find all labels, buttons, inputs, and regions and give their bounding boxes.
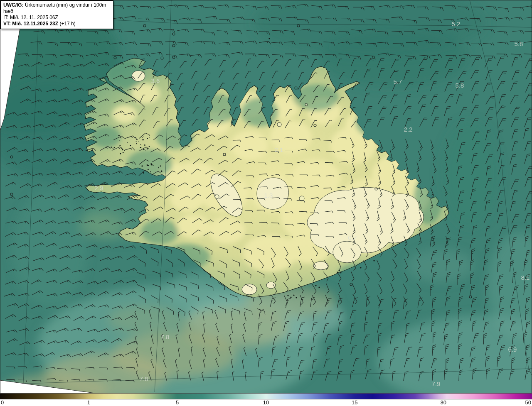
weather-map: 5.25.83.65.75.82.22.12.91.30.77.88.16.97… [0, 0, 532, 393]
islet-dot [338, 270, 340, 271]
map-title-box: UWC/IG: Úrkomumætti (mm) og vindur i 100… [0, 0, 113, 29]
islet-dot [111, 147, 112, 148]
islet-dot [147, 148, 148, 149]
islet-dot [118, 135, 120, 136]
islet-dot [147, 165, 148, 166]
islet-dot [149, 137, 150, 138]
islet-dot [340, 272, 341, 273]
field-value-label: 5.7 [394, 78, 402, 85]
islet-dot [143, 172, 144, 174]
title-line-3: VT: Mið. 12.11.2025 23Z (+17 h) [3, 21, 111, 27]
islet-dot [130, 145, 131, 146]
islet-dot [287, 295, 288, 296]
islet-dot [142, 139, 143, 140]
field-value-label: 5.8 [456, 82, 464, 89]
islet-dot [159, 167, 159, 167]
islet-dot [119, 140, 120, 141]
colorbar-tick-label: 1 [87, 399, 90, 406]
colorbar-tick-label: 15 [352, 399, 357, 406]
islet-dot [290, 296, 291, 298]
field-value-label: 6.9 [508, 346, 517, 353]
colorbar-labels: 01510153050 [0, 399, 532, 406]
islet-dot [142, 137, 143, 138]
islet-dot [143, 137, 143, 137]
islet-dot [147, 138, 148, 139]
valid-time: VT: Mið. 12.11.2025 23Z [3, 21, 58, 27]
islet-dot [136, 141, 137, 142]
colorbar-tick-label: 10 [263, 399, 269, 406]
title-line-1: UWC/IG: Úrkomumætti (mm) og vindur i 100… [3, 2, 111, 15]
islet-dot [150, 171, 151, 173]
colorbar-tick-label: 30 [440, 399, 446, 406]
islet-dot [114, 147, 115, 148]
field-value-label: 1.3 [264, 192, 273, 199]
weather-map-page: 5.25.83.65.75.82.22.12.91.30.77.88.16.97… [0, 0, 532, 406]
islet-dot [113, 148, 113, 149]
colorbar-tick-label: 5 [176, 399, 179, 406]
field-value-label: 0.7 [348, 234, 357, 241]
lead-time: (+17 h) [58, 21, 76, 27]
field-value-label: 2.9 [95, 184, 103, 191]
field-value-label: 7.8 [161, 333, 170, 340]
islet-dot [136, 143, 137, 144]
islet-dot [318, 286, 320, 288]
colorbar-tick-label: 50 [525, 399, 531, 406]
glacier-small-sw [242, 284, 257, 295]
title-product: UWC/IG: [3, 2, 24, 8]
field-value-label: 7.8 [140, 375, 148, 382]
field-value-label: 8.1 [521, 274, 530, 281]
glacier-small-sw2 [266, 282, 276, 289]
islet-dot [161, 170, 163, 172]
field-value-label: 2.1 [275, 146, 283, 153]
small-ring [215, 195, 219, 199]
islet-dot [360, 267, 361, 268]
islet-dot [136, 138, 137, 139]
islet-dot [140, 144, 141, 145]
islet-dot [160, 166, 161, 167]
islet-dot [373, 260, 374, 261]
field-value-label: 5.2 [452, 20, 461, 27]
field-value-label: 5.8 [515, 40, 523, 47]
glacier-myrdalsjokull [333, 241, 361, 263]
islet-dot [140, 147, 141, 148]
islet-dot [148, 169, 149, 170]
field-value-label: 2.2 [404, 126, 413, 133]
colorbar-gradient-strip [0, 393, 532, 399]
colorbar-tick-label: 0 [1, 399, 4, 406]
islet-dot [158, 167, 159, 168]
title-line-2-init-time: IT: Mið. 12. 11. 2025 06Z [3, 15, 111, 21]
islet-dot [136, 139, 138, 140]
islet-dot [268, 38, 270, 39]
colorbar: 01510153050 [0, 393, 532, 406]
islet-dot [150, 163, 152, 165]
field-value-label: 3.6 [151, 77, 160, 84]
islet-dot [153, 165, 154, 166]
islet-dot [145, 151, 146, 152]
field-value-label: 7.9 [432, 380, 441, 387]
islet-dot [149, 146, 150, 147]
islet-dot [120, 145, 121, 146]
islet-dot [149, 135, 150, 136]
islet-dot [315, 285, 316, 286]
islet-dot [293, 294, 294, 296]
islet-dot [296, 297, 297, 298]
islet-dot [122, 149, 123, 150]
islet-dot [123, 152, 124, 153]
islet-dot [120, 153, 121, 154]
islet-dot [141, 165, 143, 166]
small-ring [299, 196, 304, 201]
islet-dot [144, 144, 145, 146]
islet-dot [143, 149, 145, 150]
small-ring [305, 103, 308, 106]
small-ring [277, 122, 281, 127]
islet-dot [127, 142, 128, 143]
islet-dot [138, 141, 139, 142]
